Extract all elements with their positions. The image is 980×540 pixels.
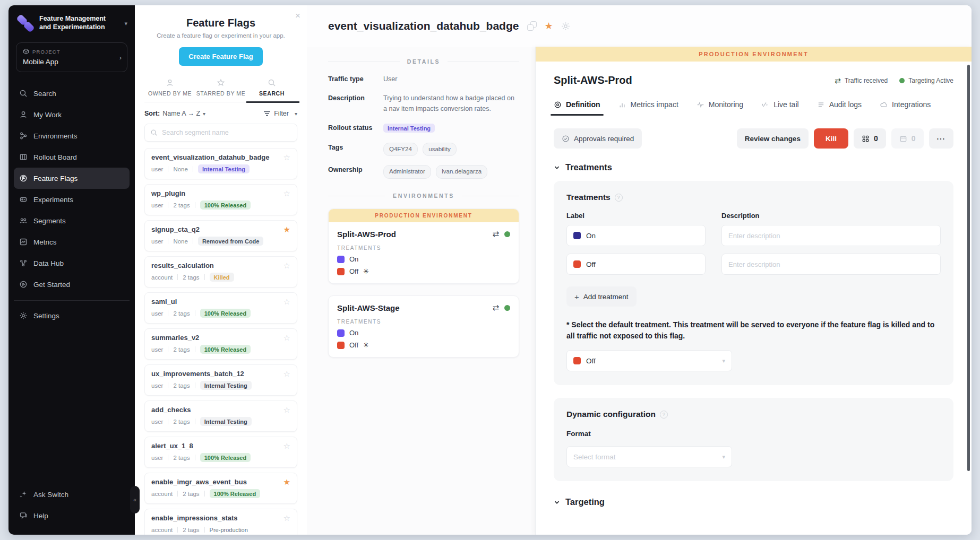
cloud-icon bbox=[880, 101, 888, 109]
flag-name: wp_plugin bbox=[151, 189, 283, 197]
status-badge: 100% Released bbox=[200, 201, 251, 210]
sidebar-item-environments[interactable]: Environments bbox=[14, 125, 130, 146]
approvals-required-pill[interactable]: Approvals required bbox=[554, 128, 642, 149]
sidebar-item-my-work[interactable]: My Work bbox=[14, 104, 130, 125]
tab-search[interactable]: SEARCH bbox=[246, 75, 297, 102]
star-icon[interactable]: ☆ bbox=[283, 406, 290, 414]
chevron-down-icon[interactable]: ▾ bbox=[124, 20, 127, 27]
sidebar-item-rollout-board[interactable]: Rollout Board bbox=[14, 146, 130, 168]
tab-owned-by-me[interactable]: OWNED BY ME bbox=[144, 75, 195, 102]
sidebar-item-metrics[interactable]: Metrics bbox=[14, 231, 130, 252]
sidebar-item-data-hub[interactable]: Data Hub bbox=[14, 252, 130, 274]
list-item[interactable]: enable_imgr_aws_event_bus★ account2 tags… bbox=[144, 473, 297, 504]
sidebar-collapse-handle[interactable]: « bbox=[130, 486, 140, 513]
tab-monitoring[interactable]: Monitoring bbox=[697, 100, 743, 116]
sidebar-item-feature-flags[interactable]: Feature Flags bbox=[14, 168, 130, 189]
sidebar-item-experiments[interactable]: Experiments bbox=[14, 189, 130, 210]
brand[interactable]: Feature Management and Experimentation ▾ bbox=[8, 5, 135, 37]
sidebar-item-ask-switch[interactable]: Ask Switch bbox=[14, 484, 130, 505]
list-item[interactable]: add_checks☆ user2 tagsInternal Testing bbox=[144, 400, 297, 432]
list-item[interactable]: wp_plugin☆ user2 tags100% Released bbox=[144, 184, 297, 215]
flag-search-box bbox=[144, 124, 297, 142]
environment-card-prod[interactable]: PRODUCTION ENVIRONMENT Split-AWS-Prod ⇄ … bbox=[328, 208, 519, 284]
tab-metrics-impact[interactable]: Metrics impact bbox=[618, 100, 678, 116]
status-badge: 100% Released bbox=[200, 453, 251, 462]
more-options-button[interactable]: ··· bbox=[929, 128, 954, 149]
tab-starred-by-me[interactable]: STARRED BY ME bbox=[195, 75, 246, 102]
review-changes-button[interactable]: Review changes bbox=[737, 128, 809, 149]
gear-icon[interactable] bbox=[561, 21, 571, 31]
treatment-label-field-off[interactable]: Off bbox=[566, 254, 706, 275]
sidebar-item-segments[interactable]: Segments bbox=[14, 210, 130, 231]
board-icon bbox=[19, 153, 28, 161]
list-item[interactable]: results_calculation☆ account2 tagsKilled bbox=[144, 256, 297, 288]
default-treatment-select[interactable]: Off ▾ bbox=[566, 350, 732, 371]
project-label: PROJECT bbox=[23, 48, 121, 55]
tab-integrations[interactable]: Integrations bbox=[880, 100, 931, 116]
star-icon[interactable]: ☆ bbox=[283, 262, 290, 269]
scheduled-changes-button[interactable]: 0 bbox=[891, 128, 924, 149]
tab-definition[interactable]: Definition bbox=[554, 100, 600, 116]
tab-audit-logs[interactable]: Audit logs bbox=[817, 100, 862, 116]
owner-pill: ivan.delagarza bbox=[436, 165, 487, 179]
add-treatment-button[interactable]: + Add treatment bbox=[566, 286, 637, 307]
list-item[interactable]: saml_ui☆ user2 tags100% Released bbox=[144, 292, 297, 324]
treatment-label-field-on[interactable]: On bbox=[566, 225, 706, 246]
star-icon[interactable]: ☆ bbox=[283, 370, 290, 378]
sidebar-item-get-started[interactable]: Get Started bbox=[14, 274, 130, 295]
detail-row-description: Description Trying to understand how a b… bbox=[328, 93, 519, 114]
format-select[interactable]: Select format ▾ bbox=[566, 446, 732, 467]
project-selector[interactable]: PROJECT Mobile App › bbox=[16, 42, 127, 72]
star-icon[interactable]: ☆ bbox=[283, 298, 290, 306]
environment-card-stage[interactable]: Split-AWS-Stage ⇄ TREATMENTS On Off✳ bbox=[328, 295, 519, 358]
create-feature-flag-button[interactable]: Create Feature Flag bbox=[179, 47, 262, 66]
treatment-color-swatch bbox=[337, 342, 345, 349]
page-title: event_visualization_datahub_badge bbox=[328, 20, 519, 32]
flag-name: results_calculation bbox=[151, 262, 283, 269]
star-icon[interactable]: ★ bbox=[283, 225, 290, 233]
sidebar-item-settings[interactable]: Settings bbox=[14, 305, 130, 326]
vertical-scrollbar[interactable] bbox=[967, 65, 970, 471]
star-icon[interactable]: ★ bbox=[544, 20, 553, 32]
production-environment-banner: PRODUCTION ENVIRONMENT bbox=[536, 47, 972, 62]
star-icon[interactable]: ☆ bbox=[283, 334, 290, 342]
sidebar-item-help[interactable]: Help bbox=[14, 505, 130, 526]
flag-search-input[interactable] bbox=[162, 129, 291, 136]
treatment-description-input[interactable] bbox=[728, 260, 934, 268]
treatments-section-header[interactable]: Treatments bbox=[554, 162, 953, 172]
star-icon bbox=[217, 79, 225, 87]
list-item[interactable]: summaries_v2☆ user2 tags100% Released bbox=[144, 328, 297, 360]
list-item[interactable]: ux_improvements_batch_12☆ user2 tagsInte… bbox=[144, 364, 297, 396]
star-icon[interactable]: ☆ bbox=[283, 442, 290, 450]
kill-button[interactable]: Kill bbox=[814, 128, 848, 149]
star-icon[interactable]: ☆ bbox=[283, 514, 290, 522]
targeting-section-header[interactable]: Targeting bbox=[554, 497, 953, 507]
star-icon[interactable]: ☆ bbox=[283, 189, 290, 197]
treatment-description-input[interactable] bbox=[728, 232, 934, 240]
chart-icon bbox=[19, 238, 28, 246]
list-item[interactable]: alert_ux_1_8☆ user2 tags100% Released bbox=[144, 437, 297, 468]
list-item[interactable]: enable_impressions_stats☆ account2 tagsP… bbox=[144, 509, 297, 535]
help-icon[interactable]: ? bbox=[660, 411, 668, 419]
list-item[interactable]: signup_cta_q2★ userNoneRemoved from Code bbox=[144, 220, 297, 251]
tab-live-tail[interactable]: Live tail bbox=[761, 100, 798, 116]
help-icon[interactable]: ? bbox=[615, 194, 623, 202]
sidebar-item-search[interactable]: Search bbox=[14, 83, 130, 104]
brand-line2: and Experimentation bbox=[39, 23, 119, 32]
production-environment-banner: PRODUCTION ENVIRONMENT bbox=[329, 209, 519, 222]
sort-value[interactable]: Name A → Z bbox=[162, 110, 200, 117]
nodes-icon bbox=[19, 259, 28, 267]
filter-button[interactable]: Filter ▾ bbox=[263, 110, 297, 117]
live-tail-icon bbox=[761, 101, 769, 109]
list-item[interactable]: event_visualization_datahub_badge☆ userN… bbox=[144, 148, 297, 179]
action-row: Approvals required Review changes Kill 0… bbox=[554, 128, 953, 149]
targeting-active-status: Targeting Active bbox=[899, 77, 953, 84]
pending-changes-button[interactable]: 0 bbox=[854, 128, 886, 149]
environment-tabs: Definition Metrics impact Monitoring bbox=[554, 100, 953, 116]
treatment-color-swatch bbox=[337, 268, 345, 275]
star-icon[interactable]: ☆ bbox=[283, 153, 290, 161]
star-icon[interactable]: ★ bbox=[283, 478, 290, 486]
close-icon[interactable]: × bbox=[295, 11, 300, 21]
copy-icon[interactable] bbox=[527, 21, 537, 31]
chevron-down-icon[interactable]: ▾ bbox=[203, 111, 205, 117]
